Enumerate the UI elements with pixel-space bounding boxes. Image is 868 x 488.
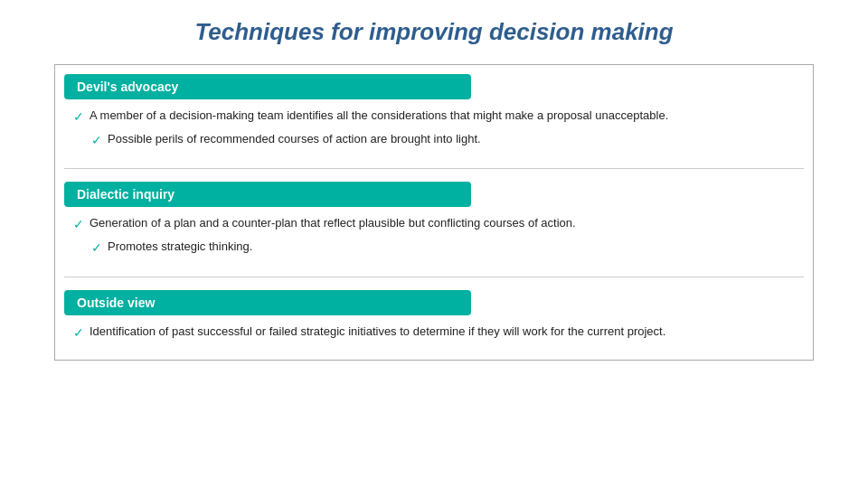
sub-check-text: Possible perils of recommended courses o… (108, 130, 795, 148)
content-area: Devil's advocacy ✓ A member of a decisio… (54, 64, 814, 361)
divider (64, 168, 804, 169)
check-text: Identification of past successful or fai… (90, 323, 795, 341)
check-item: ✓ Generation of a plan and a counter-pla… (73, 214, 795, 235)
checkmark-icon: ✓ (73, 108, 84, 127)
check-item: ✓ Identification of past successful or f… (73, 323, 795, 343)
page-title: Techniques for improving decision making (194, 18, 673, 46)
section-header-dialectic-inquiry: Dialectic inquiry (64, 182, 471, 207)
page: Techniques for improving decision making… (0, 0, 868, 488)
sub-check-text: Promotes strategic thinking. (108, 238, 795, 256)
check-item: ✓ A member of a decision-making team ide… (73, 107, 795, 127)
section-header-devils-advocacy: Devil's advocacy (64, 74, 471, 99)
divider (64, 277, 804, 277)
section-body-dialectic-inquiry: ✓ Generation of a plan and a counter-pla… (64, 212, 804, 263)
check-text: Generation of a plan and a counter-plan … (90, 214, 795, 232)
checkmark-icon: ✓ (91, 239, 102, 258)
sub-check-item: ✓ Possible perils of recommended courses… (91, 130, 795, 151)
check-text: A member of a decision-making team ident… (90, 107, 795, 125)
section-header-outside-view: Outside view (64, 290, 471, 315)
section-body-outside-view: ✓ Identification of past successful or f… (64, 321, 804, 352)
section-dialectic-inquiry: Dialectic inquiry ✓ Generation of a plan… (64, 182, 804, 263)
section-body-devils-advocacy: ✓ A member of a decision-making team ide… (64, 105, 804, 155)
checkmark-icon: ✓ (73, 324, 84, 343)
section-devils-advocacy: Devil's advocacy ✓ A member of a decisio… (64, 74, 804, 155)
sub-check-item: ✓ Promotes strategic thinking. (91, 238, 795, 258)
checkmark-icon: ✓ (73, 215, 84, 235)
checkmark-icon: ✓ (91, 131, 102, 151)
section-outside-view: Outside view ✓ Identification of past su… (64, 290, 804, 352)
